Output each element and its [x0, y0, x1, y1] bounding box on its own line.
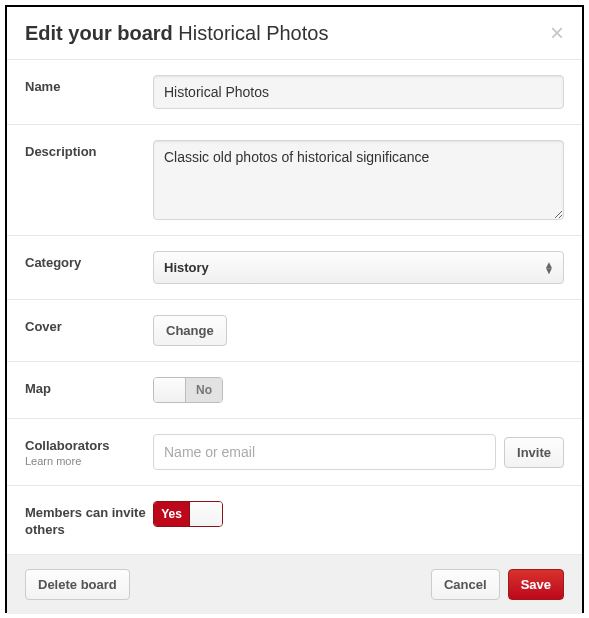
row-map: Map No	[7, 362, 582, 419]
modal-footer: Delete board Cancel Save	[7, 555, 582, 614]
name-input[interactable]	[153, 75, 564, 109]
row-description: Description Classic old photos of histor…	[7, 125, 582, 236]
label-name: Name	[25, 75, 153, 94]
delete-board-button[interactable]: Delete board	[25, 569, 130, 600]
modal-title: Edit your board Historical Photos	[25, 22, 328, 45]
row-cover: Cover Change	[7, 300, 582, 362]
label-category: Category	[25, 251, 153, 270]
label-collaborators: Collaborators Learn more	[25, 434, 153, 467]
category-select[interactable]: History	[153, 251, 564, 284]
members-invite-toggle-label: Yes	[154, 502, 190, 526]
cancel-button[interactable]: Cancel	[431, 569, 500, 600]
label-collaborators-text: Collaborators	[25, 438, 110, 453]
row-collaborators: Collaborators Learn more Invite	[7, 419, 582, 486]
row-members-invite: Members can invite others Yes	[7, 486, 582, 555]
modal-title-bold: Edit your board	[25, 22, 173, 44]
description-input[interactable]: Classic old photos of historical signifi…	[153, 140, 564, 220]
modal-header: Edit your board Historical Photos ×	[7, 7, 582, 60]
map-toggle-label: No	[186, 378, 222, 402]
label-members-invite: Members can invite others	[25, 501, 153, 539]
toggle-knob	[154, 378, 186, 402]
invite-button[interactable]: Invite	[504, 437, 564, 468]
modal-title-boardname: Historical Photos	[178, 22, 328, 44]
close-icon[interactable]: ×	[550, 21, 564, 45]
collaborator-input[interactable]	[153, 434, 496, 470]
edit-board-modal: Edit your board Historical Photos × Name…	[5, 5, 584, 613]
learn-more-link[interactable]: Learn more	[25, 455, 153, 467]
toggle-knob	[190, 502, 222, 526]
label-cover: Cover	[25, 315, 153, 334]
change-cover-button[interactable]: Change	[153, 315, 227, 346]
label-map: Map	[25, 377, 153, 396]
map-toggle[interactable]: No	[153, 377, 223, 403]
row-name: Name	[7, 60, 582, 125]
members-invite-toggle[interactable]: Yes	[153, 501, 223, 527]
label-description: Description	[25, 140, 153, 159]
row-category: Category History ▲▼	[7, 236, 582, 300]
save-button[interactable]: Save	[508, 569, 564, 600]
